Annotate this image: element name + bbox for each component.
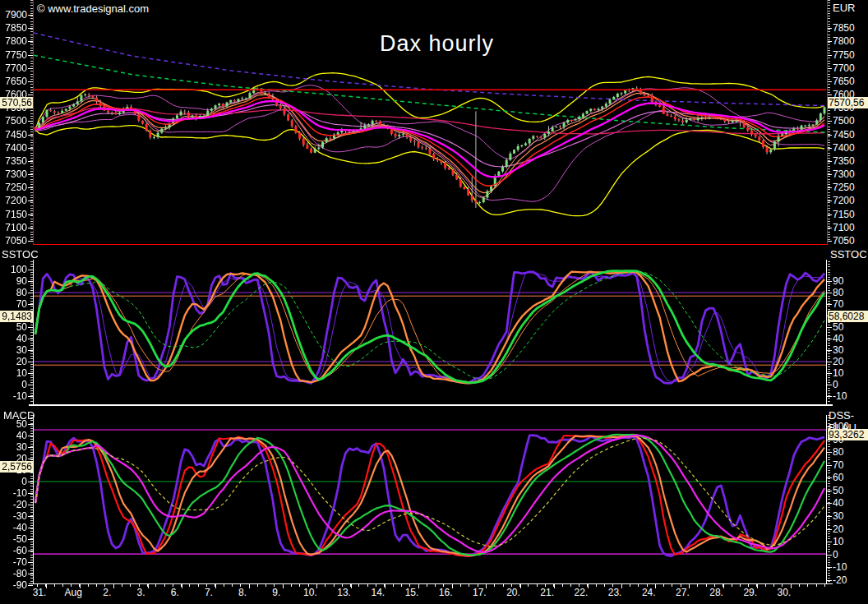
sstoc-panel-canvas[interactable]	[34, 248, 826, 404]
date-minor-tick	[367, 584, 368, 587]
date-minor-tick	[265, 584, 266, 587]
date-label: 13.	[337, 587, 351, 598]
dss-axis-label-right: 60	[833, 472, 843, 483]
date-minor-tick	[655, 584, 656, 587]
sstoc-value-badge-right: 58,6028	[828, 311, 868, 322]
date-minor-tick	[587, 584, 588, 587]
price-axis-label-left: 7850	[0, 22, 27, 34]
currency-label: EUR	[833, 2, 855, 14]
date-minor-tick	[638, 584, 639, 587]
sstoc-axis-label-left: 70	[0, 298, 27, 310]
date-minor-tick	[88, 584, 89, 587]
sstoc-axis-label-right: 0	[833, 379, 838, 390]
sstoc-axis-label-right: 80	[833, 287, 843, 298]
date-minor-tick	[596, 584, 597, 587]
macd-axis-label-left: -10	[0, 487, 27, 499]
sstoc-axis-label-left: 10	[0, 367, 27, 379]
macd-axis-label-left: -70	[0, 556, 27, 568]
date-minor-tick	[799, 584, 800, 587]
date-minor-tick	[570, 584, 571, 587]
axis-minor-ticks-right[interactable]	[828, 261, 830, 403]
sstoc-panel-border-bottom	[29, 404, 833, 406]
dss-axis-label-right: 10	[833, 536, 843, 547]
price-axis-label-left: 7650	[0, 76, 27, 87]
price-axis-label-left: 7200	[0, 195, 27, 206]
tradesignal-chart-window: © www.tradesignal.com EUR Dax hourly SST…	[0, 0, 868, 604]
date-minor-tick	[401, 584, 402, 587]
price-axis-label-right: 7450	[833, 129, 855, 141]
date-label: 16.	[439, 587, 453, 598]
macd-axis-label-left: 30	[0, 441, 27, 453]
price-panel-border-right	[827, 0, 828, 245]
date-minor-tick	[198, 584, 199, 587]
date-minor-tick	[215, 584, 215, 587]
sstoc-axis-label-right: 50	[833, 321, 843, 333]
sstoc-axis-label-left: 20	[0, 356, 27, 367]
date-minor-tick	[376, 584, 376, 587]
date-minor-tick	[130, 584, 131, 587]
price-axis-label-right: 7400	[833, 142, 855, 154]
date-minor-tick	[824, 584, 825, 587]
date-minor-tick	[54, 584, 55, 587]
date-minor-tick	[748, 584, 749, 587]
date-minor-tick	[553, 584, 554, 587]
date-minor-tick	[689, 584, 690, 587]
price-axis-label-right: 7100	[833, 222, 855, 233]
date-minor-tick	[460, 584, 461, 587]
date-label: 28.	[709, 587, 723, 598]
sstoc-axis-label-left: 40	[0, 333, 27, 344]
date-label: 10.	[303, 587, 317, 598]
sstoc-panel-label-right: SSTOC	[830, 248, 867, 261]
date-minor-tick	[181, 584, 182, 587]
date-minor-tick	[545, 584, 546, 587]
date-minor-tick	[706, 584, 707, 587]
date-minor-tick	[155, 584, 156, 587]
axis-minor-ticks-right[interactable]	[828, 0, 830, 242]
date-minor-tick	[418, 584, 419, 587]
sstoc-axis-label-right: 10	[833, 367, 843, 379]
price-axis-label-right: 7500	[833, 115, 855, 127]
date-minor-tick	[435, 584, 436, 587]
sstoc-axis-label-left: 30	[0, 344, 27, 356]
price-axis-label-right: 7150	[833, 209, 855, 220]
dss-axis-label-right: -10	[833, 561, 847, 573]
date-minor-tick	[427, 584, 427, 587]
date-minor-tick	[384, 584, 385, 587]
price-axis-label-right: 7050	[833, 235, 855, 247]
dss-axis-label-right: 70	[833, 459, 843, 471]
macd-panel-canvas[interactable]	[34, 408, 826, 584]
date-minor-tick	[663, 584, 664, 587]
date-major-tick	[588, 584, 589, 588]
dss-value-badge-right: 93,3262	[828, 429, 868, 440]
date-minor-tick	[756, 584, 757, 587]
price-chart-canvas[interactable]	[34, 0, 826, 245]
date-minor-tick	[697, 584, 698, 587]
price-axis-label-left: 7350	[0, 155, 27, 167]
dss-axis-label-right: 20	[833, 523, 843, 535]
price-axis-label-left: 7100	[0, 222, 27, 233]
macd-value-badge-left: 2,5756	[0, 461, 33, 473]
date-minor-tick	[494, 584, 495, 587]
price-axis-label-left: 7050	[0, 235, 27, 247]
date-label: 3.	[137, 587, 145, 598]
date-minor-tick	[579, 584, 579, 587]
price-axis-label-right: 7250	[833, 182, 855, 193]
date-label: 9.	[272, 587, 280, 598]
date-minor-tick	[104, 584, 105, 587]
date-label: 29.	[743, 587, 757, 598]
date-minor-tick	[647, 584, 648, 587]
date-minor-tick	[232, 584, 233, 587]
price-axis-label-right: 7350	[833, 155, 855, 167]
macd-axis-label-left: -80	[0, 568, 27, 579]
date-minor-tick	[409, 584, 410, 587]
date-minor-tick	[443, 584, 444, 587]
dss-axis-label-right: 30	[833, 510, 843, 522]
macd-axis-label-left: -90	[0, 579, 27, 591]
date-label: 14.	[371, 587, 385, 598]
price-axis-label-left: 7150	[0, 209, 27, 220]
time-axis-line	[29, 583, 833, 584]
date-minor-tick	[486, 584, 487, 587]
dss-axis-label-right: 40	[833, 497, 843, 509]
date-minor-tick	[257, 584, 258, 587]
sstoc-axis-label-right: 20	[833, 356, 843, 367]
